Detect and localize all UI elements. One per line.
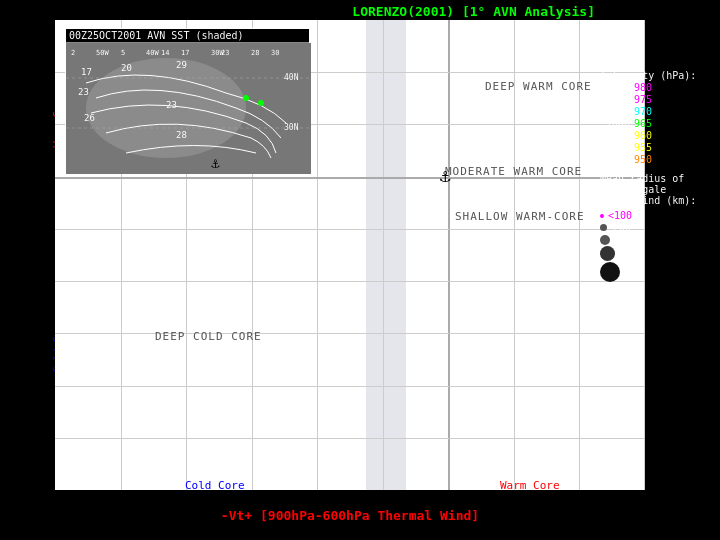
legend-size-subtitle2: force wind (km): xyxy=(600,195,715,206)
legend-size-title: Mean radius of xyxy=(600,173,715,184)
legend-row-2: 1010 975 xyxy=(600,94,715,105)
legend-row-5: 995 960 xyxy=(600,130,715,141)
grid-v-5 xyxy=(383,20,384,490)
x-tick--300: -300 xyxy=(244,492,268,503)
size-row-3: 300 xyxy=(600,234,715,245)
grid-h-4 xyxy=(55,229,645,230)
x-tick--500: -500 xyxy=(112,492,136,503)
size-row-1: <100 xyxy=(600,210,715,221)
svg-point-24 xyxy=(258,100,264,106)
y-tick--300: -300 xyxy=(30,329,54,340)
grid-h-5 xyxy=(55,281,645,282)
inset-title: 00Z25OCT2001 AVN SST (shaded) xyxy=(66,29,309,42)
legend-row-7: 985 950 xyxy=(600,154,715,165)
deep-cold-core-label: DEEP COLD CORE xyxy=(155,330,262,343)
x-tick--400: -400 xyxy=(178,492,202,503)
highlight-column xyxy=(366,20,406,490)
size-row-5: 750 xyxy=(600,262,715,282)
y-tick-200: 200 xyxy=(37,68,55,79)
deep-warm-core-label: DEEP WARM CORE xyxy=(485,80,592,93)
svg-text:28: 28 xyxy=(176,130,187,140)
x-tick-100: 100 xyxy=(507,492,525,503)
legend-row-3: 1005 970 xyxy=(600,106,715,117)
x-warm-label: Warm Core xyxy=(500,479,560,492)
storm-symbol-1: ⚓ xyxy=(440,165,451,186)
svg-text:40W: 40W xyxy=(146,49,159,57)
svg-text:14: 14 xyxy=(161,49,169,57)
legend-row-4: 1000 965 xyxy=(600,118,715,129)
legend-row-1: 1015 980 xyxy=(600,82,715,93)
svg-text:50W: 50W xyxy=(96,49,109,57)
svg-point-23 xyxy=(243,95,249,101)
chart-title: LORENZO(2001) [1° AVN Analysis] xyxy=(352,4,595,19)
svg-text:17: 17 xyxy=(81,67,92,77)
size-row-4: 500 xyxy=(600,246,715,261)
y-tick--500: -500 xyxy=(30,433,54,444)
y-tick--200: -200 xyxy=(30,277,54,288)
svg-text:28: 28 xyxy=(251,49,259,57)
y-tick--400: -400 xyxy=(30,381,54,392)
svg-text:30: 30 xyxy=(271,49,279,57)
y-tick-100: 100 xyxy=(37,120,55,131)
x-tick-300: 300 xyxy=(636,492,654,503)
zero-axis-v xyxy=(448,20,450,490)
y-tick--600: -600 xyxy=(30,483,54,494)
legend-intensity-title: Intensity (hPa): xyxy=(600,70,715,81)
svg-text:23: 23 xyxy=(78,87,89,97)
size-row-2: 200 xyxy=(600,222,715,233)
svg-text:29: 29 xyxy=(176,60,187,70)
svg-text:2: 2 xyxy=(71,49,75,57)
svg-text:40N: 40N xyxy=(284,73,299,82)
svg-text:26: 26 xyxy=(84,113,95,123)
svg-text:23: 23 xyxy=(166,100,177,110)
svg-text:⚓: ⚓ xyxy=(211,155,220,171)
y-tick-0: 0 xyxy=(44,173,50,184)
svg-text:23: 23 xyxy=(221,49,229,57)
legend-size-subtitle: 925hPa gale xyxy=(600,184,715,195)
inset-map: 00Z25OCT2001 AVN SST (shaded) 17 20 29 2… xyxy=(65,28,310,173)
svg-text:20: 20 xyxy=(121,63,132,73)
moderate-warm-core-label: MODERATE WARM CORE xyxy=(445,165,582,178)
grid-v-4 xyxy=(317,20,318,490)
x-tick-200: 200 xyxy=(573,492,591,503)
x-tick--200: -200 xyxy=(309,492,333,503)
y-tick--100: -100 xyxy=(30,225,54,236)
y-tick-300: 300 xyxy=(37,16,55,27)
legend-panel: Intensity (hPa): 1015 980 1010 975 1005 … xyxy=(600,70,715,283)
svg-text:17: 17 xyxy=(181,49,189,57)
legend-row-6: 990 955 xyxy=(600,142,715,153)
svg-text:5: 5 xyxy=(121,49,125,57)
x-cold-label: Cold Core xyxy=(185,479,245,492)
grid-h-6 xyxy=(55,333,645,334)
grid-h-7 xyxy=(55,386,645,387)
x-tick--100: -100 xyxy=(375,492,399,503)
main-container: LORENZO(2001) [1° AVN Analysis] Start (A… xyxy=(0,0,720,540)
shallow-warm-core-label: SHALLOW WARM-CORE xyxy=(455,210,585,223)
x-tick-0: 0 xyxy=(446,492,452,503)
x-axis-title: -Vt+ [900hPa-600hPa Thermal Wind] xyxy=(55,508,645,523)
grid-h-8 xyxy=(55,438,645,439)
svg-text:30N: 30N xyxy=(284,123,299,132)
